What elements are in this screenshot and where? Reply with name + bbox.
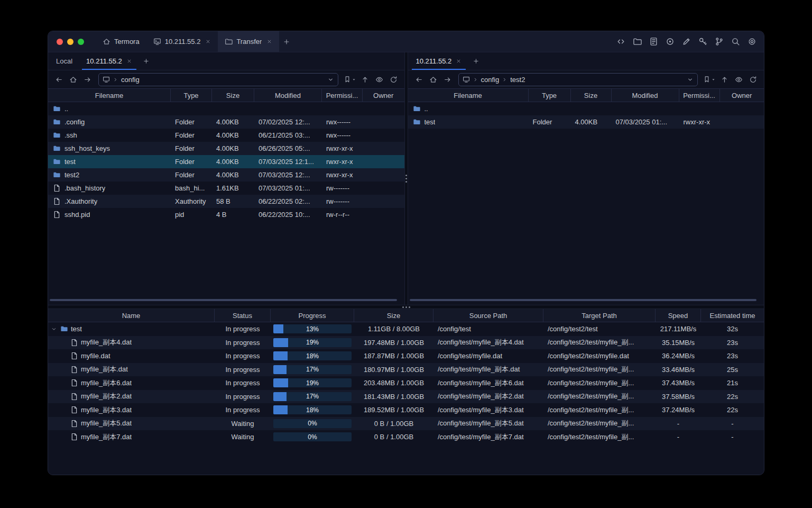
upload-button[interactable] xyxy=(718,73,731,86)
column-header-filename[interactable]: Filename xyxy=(48,89,171,102)
file-row[interactable]: .. xyxy=(408,102,764,115)
path-segment-config[interactable]: config xyxy=(121,76,140,84)
fileDoc-icon xyxy=(70,406,78,414)
column-header-estimated-time[interactable]: Estimated time xyxy=(701,309,764,322)
close-tab-icon[interactable] xyxy=(126,58,132,64)
chevron-down-icon[interactable] xyxy=(327,76,334,83)
panel-tab-10-211-55-2[interactable]: 10.211.55.2 xyxy=(409,52,469,70)
close-tab-icon[interactable] xyxy=(456,58,462,64)
column-header-size[interactable]: Size xyxy=(571,89,612,102)
folder-button[interactable] xyxy=(630,35,644,49)
column-header-modified[interactable]: Modified xyxy=(254,89,322,102)
show-hidden-files-button[interactable] xyxy=(373,73,386,86)
file-row[interactable]: sshd.pidpid4 B06/22/2025 10:...rw-r--r-- xyxy=(48,208,404,221)
branch-button[interactable] xyxy=(712,35,726,49)
column-header-filename[interactable]: Filename xyxy=(408,89,529,102)
panel-tab-10-211-55-2[interactable]: 10.211.55.2 xyxy=(79,52,139,70)
show-hidden-files-button[interactable] xyxy=(732,73,745,86)
file-cell: 06/21/2025 03:... xyxy=(254,131,322,139)
refresh-button[interactable] xyxy=(746,73,760,86)
file-row[interactable]: .XauthorityXauthority58 B06/22/2025 02:.… xyxy=(48,195,404,208)
file-row[interactable]: ssh_host_keysFolder4.00KB06/26/2025 05:.… xyxy=(48,142,404,155)
back-button[interactable] xyxy=(412,73,426,86)
column-header-owner[interactable]: Owner xyxy=(720,89,764,102)
transfer-row[interactable]: myfile_副本7.datWaiting0%0 B / 1.00GB/conf… xyxy=(48,430,764,444)
home-icon xyxy=(103,38,110,46)
new-tab-button[interactable] xyxy=(279,31,294,52)
key-button[interactable] xyxy=(696,35,709,49)
file-row[interactable]: .configFolder4.00KB07/02/2025 12:...rwx-… xyxy=(48,115,404,129)
column-header-type[interactable]: Type xyxy=(171,89,212,102)
close-tab-icon[interactable] xyxy=(205,39,211,44)
column-header-status[interactable]: Status xyxy=(215,309,271,322)
transfer-row[interactable]: myfile.datIn progress18%187.87MB / 1.00G… xyxy=(48,349,764,363)
transfer-row[interactable]: testIn progress13%1.11GB / 8.00GB/config… xyxy=(48,322,764,336)
home-button[interactable] xyxy=(427,73,440,86)
column-header-permissi[interactable]: Permissi... xyxy=(679,89,720,102)
file-row[interactable]: .bash_historybash_hi...1.61KB07/03/2025 … xyxy=(48,182,404,195)
settings-button[interactable] xyxy=(745,35,759,49)
bookmark-button[interactable] xyxy=(702,73,717,86)
file-cell: 58 B xyxy=(212,197,254,205)
app-tab-termora[interactable]: Termora xyxy=(96,31,146,52)
chevron-down-icon[interactable] xyxy=(687,76,694,83)
bookmark-button[interactable] xyxy=(343,73,357,86)
code-button[interactable] xyxy=(614,35,628,49)
log-button[interactable] xyxy=(647,35,660,49)
file-row[interactable]: test2Folder4.00KB07/03/2025 12:...rwxr-x… xyxy=(48,168,404,182)
column-header-size[interactable]: Size xyxy=(354,309,433,322)
horizontal-scrollbar[interactable] xyxy=(410,299,757,301)
record-button[interactable] xyxy=(663,35,677,49)
close-tab-icon[interactable] xyxy=(266,39,272,44)
column-header-size[interactable]: Size xyxy=(212,89,254,102)
transfer-row[interactable]: myfile_副本5.datWaiting0%0 B / 1.00GB/conf… xyxy=(48,417,764,431)
horizontal-scrollbar[interactable] xyxy=(50,299,397,301)
forward-button[interactable] xyxy=(81,73,94,86)
back-button[interactable] xyxy=(52,73,66,86)
refresh-button[interactable] xyxy=(387,73,400,86)
column-header-permissi[interactable]: Permissi... xyxy=(322,89,363,102)
vertical-splitter[interactable] xyxy=(404,52,408,305)
path-breadcrumb[interactable]: configtest2 xyxy=(458,73,698,86)
column-header-type[interactable]: Type xyxy=(529,89,571,102)
file-row[interactable]: .sshFolder4.00KB06/21/2025 03:...rwx----… xyxy=(48,129,404,142)
transfer-row[interactable]: myfile_副本3.datIn progress18%189.52MB / 1… xyxy=(48,403,764,417)
column-header-owner[interactable]: Owner xyxy=(363,89,404,102)
column-header-modified[interactable]: Modified xyxy=(612,89,679,102)
close-window-button[interactable] xyxy=(57,39,63,45)
fullscreen-window-button[interactable] xyxy=(78,39,84,45)
status-cell: In progress xyxy=(215,406,271,414)
path-breadcrumb[interactable]: config xyxy=(98,73,338,86)
panel-tab-local[interactable]: Local xyxy=(49,52,79,70)
file-row[interactable]: .. xyxy=(48,102,404,115)
transfer-row[interactable]: myfile_副本6.datIn progress19%203.48MB / 1… xyxy=(48,376,764,390)
expand-chevron-icon[interactable] xyxy=(50,326,58,332)
column-header-source-path[interactable]: Source Path xyxy=(433,309,543,322)
new-panel-tab-button[interactable] xyxy=(468,52,483,70)
horizontal-splitter[interactable] xyxy=(48,305,764,309)
app-tab-10-211-55-2[interactable]: 10.211.55.2 xyxy=(146,31,218,52)
column-header-progress[interactable]: Progress xyxy=(271,309,354,322)
file-cell: rw-r--r-- xyxy=(322,211,363,219)
upload-button[interactable] xyxy=(358,73,372,86)
transfer-row[interactable]: myfile_副本.datIn progress17%180.97MB / 1.… xyxy=(48,363,764,377)
new-panel-tab-button[interactable] xyxy=(139,52,154,70)
computer-icon xyxy=(103,76,110,83)
transfer-row[interactable]: myfile_副本4.datIn progress19%197.48MB / 1… xyxy=(48,336,764,350)
column-header-name[interactable]: Name xyxy=(48,309,215,322)
app-tab-transfer[interactable]: Transfer xyxy=(218,31,279,52)
column-header-speed[interactable]: Speed xyxy=(656,309,701,322)
home-button[interactable] xyxy=(67,73,80,86)
path-segment-test2[interactable]: test2 xyxy=(510,76,525,84)
path-segment-config[interactable]: config xyxy=(481,76,500,84)
column-header-target-path[interactable]: Target Path xyxy=(543,309,656,322)
minimize-window-button[interactable] xyxy=(67,39,73,45)
file-row[interactable]: testFolder4.00KB07/03/2025 01:...rwxr-xr… xyxy=(408,115,764,129)
file-row[interactable]: testFolder4.00KB07/03/2025 12:1...rwxr-x… xyxy=(48,155,404,168)
search-button[interactable] xyxy=(728,35,742,49)
edit-button[interactable] xyxy=(679,35,693,49)
file-cell: 4.00KB xyxy=(212,131,254,139)
forward-button[interactable] xyxy=(441,73,454,86)
status-cell: In progress xyxy=(215,325,271,333)
transfer-row[interactable]: myfile_副本2.datIn progress17%181.43MB / 1… xyxy=(48,390,764,404)
